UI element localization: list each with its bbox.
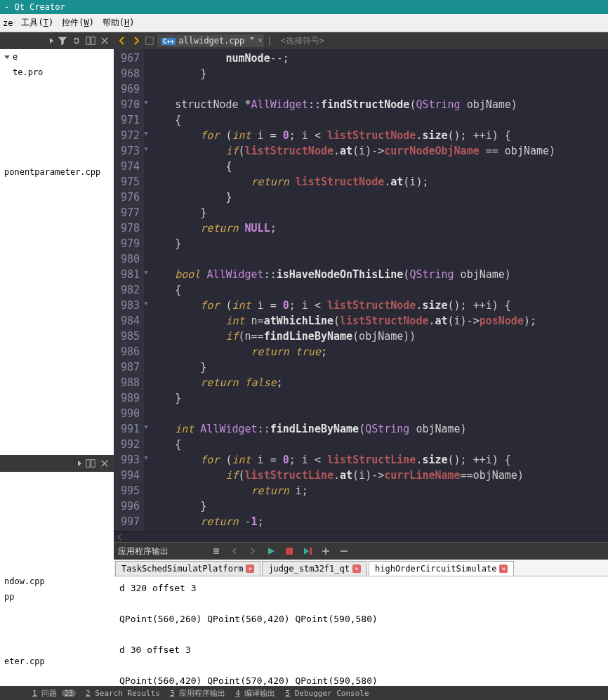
tree-row-e[interactable]: e [0, 49, 114, 65]
close-panel-icon[interactable] [100, 458, 110, 468]
plus-icon[interactable] [320, 546, 331, 557]
open-documents[interactable]: ndow.cpp pp eter.cpp [0, 489, 114, 700]
close-icon[interactable]: × [499, 564, 508, 573]
open-doc-eter[interactable]: eter.cpp [0, 654, 114, 669]
close-panel-icon[interactable] [100, 36, 110, 46]
open-doc-pp[interactable]: pp [0, 589, 114, 605]
svg-rect-4 [146, 37, 154, 45]
output-header: 应用程序输出 [114, 543, 608, 560]
titlebar: - Qt Creator [0, 0, 608, 14]
output-body[interactable]: d 320 offset 3 QPoint(560,260) QPoint(56… [114, 576, 608, 686]
svg-rect-5 [286, 548, 293, 555]
horizontal-scrollbar[interactable] [114, 531, 608, 542]
menu-controls[interactable]: 控件(W) [62, 17, 94, 29]
dropdown-icon[interactable] [50, 38, 53, 44]
statusbar: 1 问题 23 2 Search Results 3 应用程序输出 4 编译输出… [0, 686, 608, 700]
line-gutter: 9679689699709719729739749759769779789799… [114, 49, 144, 531]
menu-help[interactable]: 帮助(H) [103, 17, 135, 29]
output-tab[interactable]: judge_stm32f1_qt× [262, 561, 367, 576]
status-search[interactable]: 2 Search Results [86, 689, 160, 698]
link-icon[interactable] [72, 36, 81, 46]
nav-forward-button[interactable] [131, 35, 142, 46]
tab-dropdown-icon[interactable] [250, 37, 254, 40]
svg-rect-3 [91, 460, 95, 468]
svg-rect-1 [91, 37, 95, 45]
cpp-file-icon: C++ [161, 38, 176, 45]
stop-icon[interactable] [284, 546, 295, 557]
svg-rect-6 [310, 548, 312, 555]
output-tab[interactable]: highOrderCircuitSimulate× [369, 561, 514, 576]
status-debugger[interactable]: 5 Debugger Console [285, 689, 369, 698]
minus-icon[interactable] [338, 546, 350, 557]
output-title: 应用程序输出 [118, 546, 168, 557]
sidebar: e te.pro ponentparameter.cpp ndow.cpp pp… [0, 32, 114, 700]
code-area[interactable]: 9679689699709719729739749759769779789799… [114, 49, 608, 531]
run-icon[interactable] [265, 546, 277, 557]
svg-rect-0 [86, 37, 90, 45]
filter-icon[interactable] [58, 36, 67, 46]
output-pane: 应用程序输出 TaskSchedSimulatPlatform×judge_st… [114, 542, 608, 686]
split-icon[interactable] [86, 36, 95, 46]
close-icon[interactable]: × [352, 564, 361, 573]
menubar: ze 工具(T) 控件(W) 帮助(H) [0, 14, 608, 32]
scroll-left-icon[interactable] [114, 531, 125, 542]
next-icon[interactable] [247, 546, 258, 557]
dropdown-icon[interactable] [78, 461, 81, 466]
symbol-selector[interactable]: <选择符号> [280, 35, 324, 47]
editor: C++allwidget.cpp × | <选择符号> 967968969970… [114, 32, 608, 542]
close-icon[interactable]: × [246, 564, 254, 573]
status-compile[interactable]: 4 编译输出 [235, 688, 275, 699]
nav-back-button[interactable] [117, 35, 128, 46]
prev-icon[interactable] [229, 546, 240, 557]
tab-close-button[interactable]: × [258, 36, 263, 45]
menu-ze[interactable]: ze [3, 18, 13, 28]
menu-tools[interactable]: 工具(T) [21, 17, 53, 29]
tree-row-pro[interactable]: te.pro [0, 65, 114, 80]
split-icon[interactable] [86, 458, 95, 468]
bookmark-icon[interactable] [145, 36, 154, 46]
project-toolbar [0, 32, 114, 49]
editor-tab[interactable]: C++allwidget.cpp × [157, 34, 264, 47]
rerun-icon[interactable] [302, 546, 313, 557]
output-tabs: TaskSchedSimulatPlatform×judge_stm32f1_q… [114, 560, 608, 576]
code-content[interactable]: numNode--; } structNode *AllWidget::find… [144, 49, 608, 531]
svg-rect-2 [86, 460, 90, 468]
status-appout[interactable]: 3 应用程序输出 [170, 688, 225, 699]
tree-row-param[interactable]: ponentparameter.cpp [0, 164, 114, 180]
output-tab[interactable]: TaskSchedSimulatPlatform× [115, 561, 260, 576]
editor-toolbar: C++allwidget.cpp × | <选择符号> [114, 32, 608, 49]
open-doc-ndow[interactable]: ndow.cpp [0, 574, 114, 589]
project-tree[interactable]: e te.pro ponentparameter.cpp [0, 49, 114, 180]
status-issues[interactable]: 1 问题 23 [32, 688, 76, 699]
open-docs-toolbar [0, 455, 114, 472]
settings-icon[interactable] [211, 546, 222, 557]
